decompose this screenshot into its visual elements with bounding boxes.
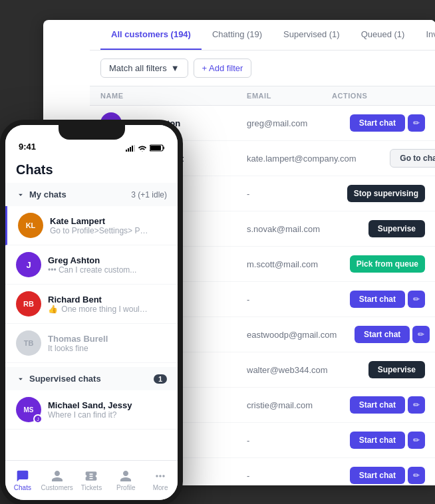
customer-email: cristie@mail.com xyxy=(247,400,332,410)
supervise-button[interactable]: Supervise xyxy=(368,220,425,237)
start-chat-button[interactable]: Start chat xyxy=(350,114,405,132)
phone-status-icons xyxy=(126,144,164,152)
go-to-chat-button[interactable]: Go to chat xyxy=(390,149,435,168)
avatar: KL xyxy=(18,213,43,238)
dropdown-chevron-icon: ▼ xyxy=(171,63,180,73)
avatar: TB xyxy=(16,330,41,356)
actions-cell: Supervise xyxy=(332,361,425,378)
tickets-nav-icon xyxy=(84,469,98,483)
customer-email: s.novak@mail.com xyxy=(247,224,332,234)
chat-info: Michael Sand, Jessy Where I can find it? xyxy=(48,400,167,420)
wifi-icon xyxy=(138,145,147,152)
actions-cell: Supervise xyxy=(332,220,425,237)
signal-icon xyxy=(126,145,135,152)
my-chats-title: My chats xyxy=(16,189,67,199)
chat-item-richard[interactable]: RB Richard Bent 👍 One more thing I would… xyxy=(5,285,178,324)
chat-info: Thomas Burell It looks fine xyxy=(48,334,167,353)
tab-queued[interactable]: Queued (1) xyxy=(351,20,416,50)
customer-email: - xyxy=(247,471,332,481)
my-chats-header: My chats 3 (+1 idle) xyxy=(5,183,178,206)
tabs-bar: All customers (194) Chatting (19) Superv… xyxy=(90,20,435,51)
chat-preview: It looks fine xyxy=(48,344,148,353)
actions-cell: Start chat ✏ xyxy=(332,432,425,449)
supervise-button[interactable]: Supervise xyxy=(368,361,425,378)
chevron-down-icon xyxy=(16,374,25,384)
tab-chatting[interactable]: Chatting (19) xyxy=(202,20,273,50)
phone-notch xyxy=(59,125,125,140)
customer-email: m.scott@mail.com xyxy=(247,259,332,269)
start-chat-button[interactable]: Start chat xyxy=(350,467,405,484)
chat-preview: Go to Profile>Settings> Push not... xyxy=(50,226,150,235)
avatar: J xyxy=(16,252,41,277)
chat-item-kate[interactable]: KL Kate Lampert Go to Profile>Settings> … xyxy=(5,206,178,245)
chat-item-thomas[interactable]: TB Thomas Burell It looks fine xyxy=(5,324,178,363)
svg-rect-6 xyxy=(150,146,161,150)
start-chat-button[interactable]: Start chat xyxy=(355,326,410,343)
chat-preview: ••• Can I create custom... xyxy=(48,265,148,275)
nav-chats[interactable]: Chats xyxy=(5,469,40,491)
stop-supervising-button[interactable]: Stop supervising xyxy=(347,185,425,202)
chat-info: Richard Bent 👍 One more thing I would li… xyxy=(48,295,167,314)
nav-customers-label: Customers xyxy=(41,484,73,491)
nav-more-label: More xyxy=(153,484,168,491)
match-all-filters-button[interactable]: Match all filters ▼ xyxy=(100,59,188,78)
nav-tickets-label: Tickets xyxy=(81,484,102,491)
customer-email: - xyxy=(247,295,332,305)
svg-rect-2 xyxy=(130,147,131,152)
chat-name: Richard Bent xyxy=(48,295,167,305)
chevron-down-icon xyxy=(16,190,25,199)
tab-all-customers[interactable]: All customers (194) xyxy=(100,20,202,50)
my-chats-label: My chats xyxy=(29,189,67,199)
tab-supervised[interactable]: Supervised (1) xyxy=(273,20,351,50)
svg-rect-3 xyxy=(132,146,133,152)
edit-button[interactable]: ✏ xyxy=(408,467,425,484)
edit-button[interactable]: ✏ xyxy=(408,114,425,132)
profile-nav-icon xyxy=(119,469,132,483)
customers-nav-icon xyxy=(51,469,64,483)
actions-cell: Start chat ✏ xyxy=(332,114,425,132)
supervised-count-badge: 1 xyxy=(154,374,167,384)
chat-item-greg[interactable]: J Greg Ashton ••• Can I create custom... xyxy=(5,245,178,285)
nav-more[interactable]: More xyxy=(143,469,178,491)
phone-bottom-nav: Chats Customers Tickets Profile More xyxy=(5,460,178,500)
nav-chats-label: Chats xyxy=(14,484,31,491)
avatar-container: MS J xyxy=(16,397,41,422)
chat-nav-icon xyxy=(16,469,29,483)
phone-overlay: 9:41 Chats My chats 3 (+1 idle) KL Kate … xyxy=(0,120,183,504)
supervised-chats-title: Supervised chats xyxy=(16,374,101,384)
supervised-chats-section: Supervised chats 1 MS J Michael Sand, Je… xyxy=(5,367,178,430)
chat-item-michael[interactable]: MS J Michael Sand, Jessy Where I can fin… xyxy=(5,390,178,430)
add-filter-button[interactable]: + Add filter xyxy=(194,59,252,78)
battery-icon xyxy=(150,144,164,152)
supervised-label: Supervised chats xyxy=(29,374,101,384)
pick-from-queue-button[interactable]: Pick from queue xyxy=(350,255,425,273)
my-chats-section: My chats 3 (+1 idle) KL Kate Lampert Go … xyxy=(5,183,178,363)
col-actions-header: ACTIONS xyxy=(332,92,425,100)
edit-button[interactable]: ✏ xyxy=(408,396,425,414)
chat-preview: 👍 One more thing I would like to a... xyxy=(48,305,148,314)
more-nav-icon xyxy=(154,469,167,483)
svg-rect-7 xyxy=(164,147,165,150)
tab-invited[interactable]: Invi... xyxy=(415,20,435,50)
chat-name: Greg Ashton xyxy=(48,255,167,265)
nav-customers[interactable]: Customers xyxy=(40,469,74,491)
actions-cell: Start chat ✏ xyxy=(332,291,425,308)
col-name-header: NAME xyxy=(100,92,247,100)
chat-preview: Where I can find it? xyxy=(48,410,148,420)
start-chat-button[interactable]: Start chat xyxy=(350,291,405,308)
phone-title: Chats xyxy=(5,154,178,178)
edit-button[interactable]: ✏ xyxy=(408,291,425,308)
svg-rect-0 xyxy=(126,150,127,152)
add-filter-label: + Add filter xyxy=(202,63,243,73)
nav-tickets[interactable]: Tickets xyxy=(74,469,109,491)
svg-rect-4 xyxy=(134,145,135,152)
customer-email: - xyxy=(247,436,332,445)
sub-avatar: J xyxy=(33,414,43,424)
nav-profile[interactable]: Profile xyxy=(108,469,143,491)
edit-button[interactable]: ✏ xyxy=(412,326,430,343)
start-chat-button[interactable]: Start chat xyxy=(350,396,405,414)
actions-cell: Start chat ✏ xyxy=(332,396,425,414)
thumb-icon: 👍 xyxy=(48,305,58,314)
start-chat-button[interactable]: Start chat xyxy=(350,432,405,449)
edit-button[interactable]: ✏ xyxy=(408,432,425,449)
